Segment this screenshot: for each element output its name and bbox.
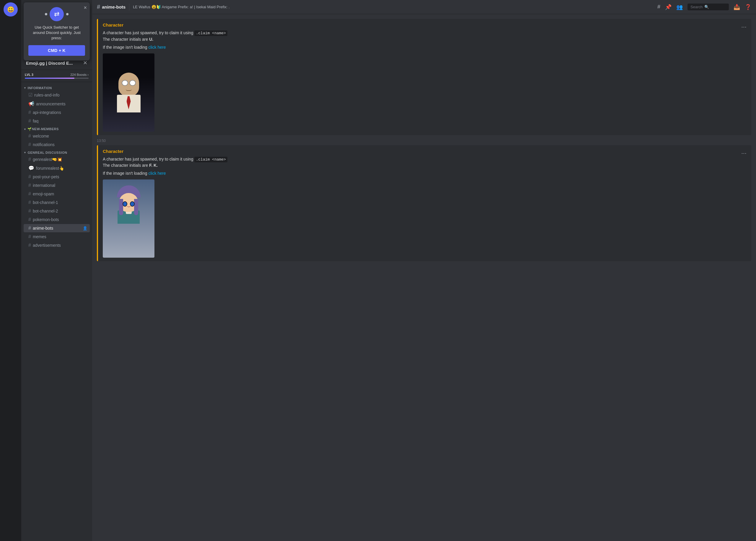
boost-bar-section: LVL 3 224 Boosts ›	[21, 70, 92, 82]
channel-icon-forumrealest: 💬	[28, 165, 34, 171]
msg1-body: A character has just spawned, try to cla…	[103, 30, 747, 43]
channel-icon-welcome: #	[28, 133, 31, 139]
main-area: # anime-bots LE Waifus 😩🔰 Anigame Prefix…	[92, 0, 756, 541]
search-placeholder: Search	[690, 5, 703, 9]
channel-name-bot1: bot-channel-1	[33, 200, 87, 205]
channel-bot-channel-1[interactable]: # bot-channel-1	[24, 198, 90, 207]
char2-hair-side-right	[134, 199, 138, 215]
category-arrow-new-members: ▼	[24, 128, 26, 131]
channel-bot-channel-2[interactable]: # bot-channel-2	[24, 207, 90, 215]
char1-lens-left	[122, 80, 128, 86]
quick-switcher-icon-row: ⇄	[28, 7, 85, 21]
char2-face	[119, 193, 138, 212]
channel-icon-bot1: #	[28, 200, 31, 205]
channel-faq[interactable]: # faq	[24, 117, 90, 125]
msg1-character-image	[103, 53, 154, 132]
channel-pokemon-bots[interactable]: # pokemon-bots	[24, 216, 90, 224]
search-box[interactable]: Search 🔍	[687, 4, 729, 10]
channel-name-rules: rules-and-info	[34, 93, 87, 97]
channel-name-welcome: welcome	[33, 134, 87, 139]
char1-face	[118, 73, 139, 96]
channel-icon-memes: #	[28, 234, 31, 240]
char2-hair-side-left	[119, 199, 123, 215]
boost-progress-fill	[25, 78, 74, 79]
channel-icon-notifications: #	[28, 142, 31, 147]
channel-icon-rules: ☑	[28, 92, 32, 98]
top-bar-channel-name: anime-bots	[102, 4, 126, 9]
char2-mouth	[127, 205, 131, 207]
top-bar-icons: # 📌 👥 Search 🔍 📥 ❓	[657, 4, 751, 10]
message-options-2[interactable]: ⋯	[740, 149, 748, 158]
inbox-icon[interactable]: 📥	[734, 4, 740, 10]
channel-memes[interactable]: # memes	[24, 233, 90, 241]
msg2-image-link-prefix: If the image isn't loading	[103, 171, 148, 176]
char1-glasses	[122, 80, 136, 86]
msg2-body-line2: The character initials are	[103, 163, 148, 168]
channel-name-emoji-spam: emoji-spam	[33, 192, 87, 196]
members-icon[interactable]: 👥	[676, 4, 683, 10]
category-information[interactable]: ▼ INFORMATION	[21, 84, 92, 90]
msg1-code: .claim <name>	[194, 30, 227, 36]
top-bar-channel-info: # anime-bots	[97, 4, 126, 10]
msg1-initial: U.	[149, 37, 153, 42]
search-icon: 🔍	[704, 5, 709, 9]
channel-name-memes: memes	[33, 234, 87, 239]
channel-name-pets: post-your-pets	[33, 175, 87, 179]
level-badge: LVL 3	[25, 73, 33, 76]
category-new-members-label: 🌱NEW-MEMBERS	[27, 127, 58, 131]
channel-sidebar: × ⇄ Use Quick Switcher to get around Dis…	[21, 0, 92, 541]
char1-body	[117, 95, 141, 113]
channel-icon-pets: #	[28, 174, 31, 180]
channel-rules-and-info[interactable]: ☑ rules-and-info	[24, 91, 90, 99]
hash-icon[interactable]: #	[657, 4, 660, 10]
channel-emoji-spam[interactable]: # emoji-spam	[24, 190, 90, 198]
channel-name-forumrealest: forumrealest👆	[36, 166, 87, 171]
channel-advertisements[interactable]: # advertisements	[24, 241, 90, 250]
channel-icon-international: #	[28, 183, 31, 188]
category-arrow-general: ▼	[24, 151, 26, 154]
category-new-members[interactable]: ▼ 🌱NEW-MEMBERS	[21, 126, 92, 132]
channel-announcements[interactable]: 📢 announcements	[24, 100, 90, 108]
msg2-code: .claim <name>	[194, 157, 227, 162]
channel-name-notifications: notifications	[33, 142, 87, 147]
channel-genrealest[interactable]: # genrealest🤜💥	[24, 155, 90, 164]
char1-lens-right	[129, 80, 136, 86]
channel-api-integrations[interactable]: # api-integrations	[24, 108, 90, 117]
msg1-title: Character	[103, 22, 747, 27]
char2-background	[103, 180, 154, 258]
channel-anime-bots[interactable]: # anime-bots 👤	[24, 224, 90, 232]
msg2-initial: F. K.	[149, 163, 158, 168]
server-icon[interactable]: 😀	[4, 2, 18, 17]
msg2-character-image	[103, 180, 154, 258]
top-bar-divider	[129, 4, 129, 11]
char1-background	[103, 53, 154, 132]
msg2-click-here-link[interactable]: click here	[148, 171, 166, 176]
channel-post-your-pets[interactable]: # post-your-pets	[24, 173, 90, 181]
channel-name-pokemon: pokemon-bots	[33, 217, 87, 222]
channel-name-ads: advertisements	[33, 243, 87, 248]
chat-content: ⋯ Character A character has just spawned…	[92, 14, 756, 541]
channel-icon-pokemon: #	[28, 217, 31, 222]
channel-name-genrealest: genrealest🤜💥	[33, 157, 87, 162]
channel-notifications[interactable]: # notifications	[24, 141, 90, 149]
pinned-icon[interactable]: 📌	[665, 4, 672, 10]
server-sidebar: 😀	[0, 0, 21, 541]
message-options-1[interactable]: ⋯	[740, 22, 748, 31]
msg2-body-line1: A character has just spawned, try to cla…	[103, 157, 193, 162]
help-icon[interactable]: ❓	[745, 4, 751, 10]
category-arrow-icon: ▼	[24, 87, 26, 89]
quick-switcher-button[interactable]: CMD + K	[28, 45, 85, 56]
channel-welcome[interactable]: # welcome	[24, 132, 90, 140]
top-bar: # anime-bots LE Waifus 😩🔰 Anigame Prefix…	[92, 0, 756, 14]
channel-forumrealest[interactable]: 💬 forumrealest👆	[24, 164, 90, 172]
server-name-label: Emoji.gg | Discord E...	[26, 61, 73, 66]
msg2-body: A character has just spawned, try to cla…	[103, 156, 747, 169]
server-settings-icon[interactable]: ✕	[83, 60, 87, 66]
msg2-timestamp: 13:50	[92, 138, 756, 144]
channel-international[interactable]: # international	[24, 181, 90, 190]
category-general-discussion[interactable]: ▼ GENREAL DISCUSSION	[21, 149, 92, 155]
channel-name-international: international	[33, 183, 87, 188]
msg1-body-line2: The character initials are	[103, 37, 148, 42]
msg1-click-here-link[interactable]: click here	[148, 45, 166, 50]
channel-icon-emoji-spam: #	[28, 191, 31, 197]
